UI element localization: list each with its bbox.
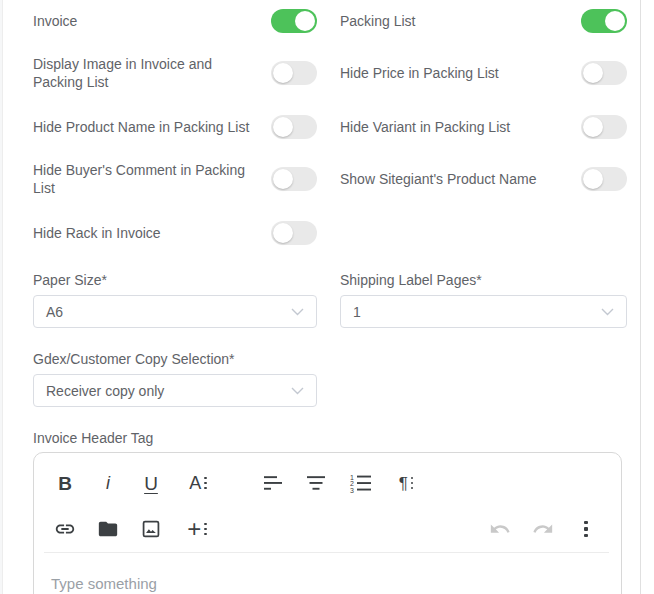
insert-image-button[interactable] xyxy=(136,514,166,544)
gdex-copy-label: Gdex/Customer Copy Selection* xyxy=(33,351,235,367)
toggle-label: Hide Buyer's Comment in Packing List xyxy=(33,161,271,197)
align-center-icon xyxy=(307,473,327,493)
chevron-down-icon xyxy=(291,308,304,316)
toggle-row-invoice: Invoice xyxy=(33,9,317,33)
hide-buyers-comment-toggle[interactable] xyxy=(271,167,317,191)
toggle-knob xyxy=(583,117,603,137)
add-more-button[interactable]: + xyxy=(179,514,215,544)
toggle-row-hide-variant: Hide Variant in Packing List xyxy=(340,115,627,139)
undo-button[interactable] xyxy=(485,514,515,544)
align-left-icon xyxy=(264,473,284,493)
invoice-header-tag-label: Invoice Header Tag xyxy=(33,430,153,446)
redo-button[interactable] xyxy=(528,514,558,544)
toggle-row-packing-list: Packing List xyxy=(340,9,627,33)
folder-button[interactable] xyxy=(93,514,123,544)
toggle-row-show-sitegiant-name: Show Sitegiant's Product Name xyxy=(340,167,627,191)
hide-price-toggle[interactable] xyxy=(581,61,627,85)
editor-content-area[interactable] xyxy=(34,553,621,594)
align-left-button[interactable] xyxy=(259,468,289,498)
toggle-label: Packing List xyxy=(340,12,427,30)
underline-button[interactable]: U xyxy=(136,468,166,498)
bold-button[interactable]: B xyxy=(50,468,80,498)
invoice-header-tag-editor: B i U A 1 2 3 xyxy=(33,452,622,594)
invoice-toggle[interactable] xyxy=(271,9,317,33)
redo-icon xyxy=(532,518,554,540)
undo-icon xyxy=(489,518,511,540)
dropdown-dots-icon xyxy=(204,523,207,536)
display-image-toggle[interactable] xyxy=(271,61,317,85)
toggle-label: Hide Price in Packing List xyxy=(340,64,511,82)
toggle-label: Invoice xyxy=(33,12,89,30)
show-sitegiant-name-toggle[interactable] xyxy=(581,167,627,191)
invoice-settings-panel: Invoice Display Image in Invoice and Pac… xyxy=(2,0,641,594)
toggle-label: Hide Variant in Packing List xyxy=(340,118,522,136)
insert-image-icon xyxy=(140,518,162,540)
shipping-label-pages-value: 1 xyxy=(353,304,361,320)
more-options-button[interactable] xyxy=(571,514,601,544)
paper-size-label: Paper Size* xyxy=(33,272,107,288)
align-center-button[interactable] xyxy=(302,468,332,498)
toggle-label: Hide Product Name in Packing List xyxy=(33,118,261,136)
svg-text:3: 3 xyxy=(350,487,354,493)
hide-variant-toggle[interactable] xyxy=(581,115,627,139)
packing-list-toggle[interactable] xyxy=(581,9,627,33)
chevron-down-icon xyxy=(291,387,304,395)
chevron-down-icon xyxy=(601,308,614,316)
editor-toolbar-row-2: + xyxy=(34,512,621,546)
dropdown-dots-icon xyxy=(204,477,207,490)
toggle-row-hide-product-name: Hide Product Name in Packing List xyxy=(33,115,317,139)
font-dropdown-button[interactable]: A xyxy=(179,468,217,498)
paragraph-dropdown-button[interactable]: ¶ xyxy=(388,468,424,498)
toggle-knob xyxy=(583,63,603,83)
hide-product-name-toggle[interactable] xyxy=(271,115,317,139)
toggle-row-hide-buyers-comment: Hide Buyer's Comment in Packing List xyxy=(33,159,317,199)
toggle-row-hide-rack: Hide Rack in Invoice xyxy=(33,221,317,245)
shipping-label-pages-label: Shipping Label Pages* xyxy=(340,272,482,288)
toggle-label: Display Image in Invoice and Packing Lis… xyxy=(33,55,271,91)
more-vertical-icon xyxy=(584,521,588,538)
paper-size-value: A6 xyxy=(46,304,63,320)
toggle-knob xyxy=(273,223,293,243)
toggle-label: Hide Rack in Invoice xyxy=(33,224,173,242)
toggle-knob xyxy=(583,169,603,189)
toggle-label: Show Sitegiant's Product Name xyxy=(340,170,548,188)
toggle-knob xyxy=(273,169,293,189)
toggle-knob xyxy=(605,11,625,31)
link-button[interactable] xyxy=(50,514,80,544)
ordered-list-button[interactable]: 1 2 3 xyxy=(345,468,375,498)
toggle-knob xyxy=(273,117,293,137)
italic-button[interactable]: i xyxy=(93,468,123,498)
editor-toolbar-row-1: B i U A 1 2 3 xyxy=(34,466,621,500)
toggle-knob xyxy=(295,11,315,31)
shipping-label-pages-select[interactable]: 1 xyxy=(340,295,627,328)
toggle-row-display-image: Display Image in Invoice and Packing Lis… xyxy=(33,53,317,93)
gdex-copy-value: Receiver copy only xyxy=(46,383,164,399)
toggle-knob xyxy=(273,63,293,83)
link-icon xyxy=(54,518,76,540)
ordered-list-icon: 1 2 3 xyxy=(349,473,372,493)
gdex-copy-select[interactable]: Receiver copy only xyxy=(33,374,317,407)
toggle-row-hide-price: Hide Price in Packing List xyxy=(340,61,627,85)
folder-icon xyxy=(97,518,119,540)
dropdown-dots-icon xyxy=(411,477,414,490)
hide-rack-toggle[interactable] xyxy=(271,221,317,245)
paper-size-select[interactable]: A6 xyxy=(33,295,317,328)
